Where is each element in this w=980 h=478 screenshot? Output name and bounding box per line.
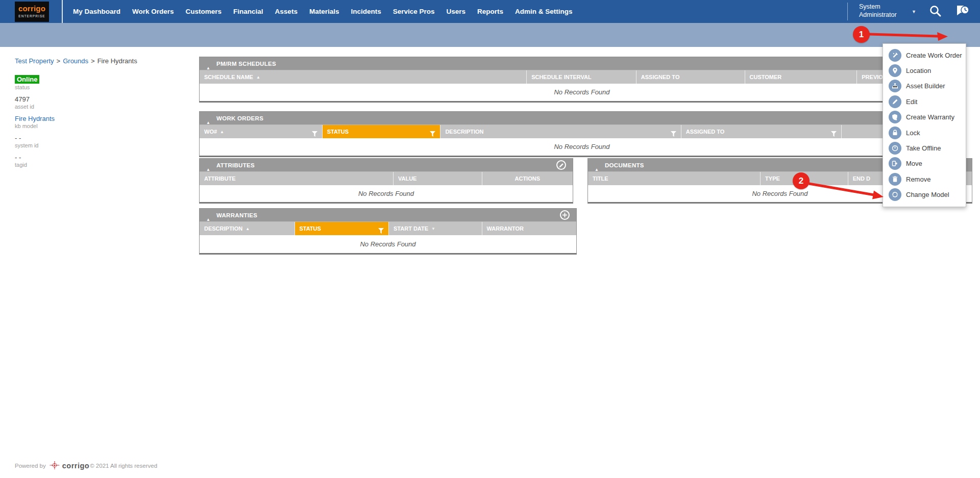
sort-desc-icon[interactable]: ▼ [431, 227, 435, 231]
menu-item-move[interactable]: Move [883, 156, 966, 171]
nav-materials[interactable]: Materials [309, 8, 339, 15]
column-value[interactable]: VALUE [394, 172, 482, 185]
copyright-text: © 2021 All rights reserved [90, 463, 157, 469]
sort-asc-icon[interactable]: ▲ [220, 130, 224, 134]
user-caret-icon[interactable]: ▼ [912, 9, 916, 14]
filter-icon[interactable] [831, 129, 837, 138]
top-nav-bar: corrigo ENTERPRISE My Dashboard Work Ord… [0, 0, 980, 23]
breadcrumb-separator: > [91, 57, 95, 65]
asset-actions-menu: Create Work Order Location Asset Builder… [883, 43, 966, 207]
asset-id-label: asset id [15, 104, 168, 110]
plus-icon [562, 212, 568, 218]
filter-icon[interactable] [671, 129, 676, 138]
recent-items-icon[interactable] [953, 4, 970, 22]
breadcrumb-separator: > [57, 57, 61, 65]
menu-item-remove[interactable]: Remove [883, 171, 966, 187]
attributes-panel: ▲ ATTRIBUTES ATTRIBUTE VALUE ACTIONS No … [199, 158, 573, 204]
annotation-step-1: 1 [853, 26, 870, 43]
asset-id-value: 4797 [15, 95, 168, 103]
nav-users[interactable]: Users [447, 8, 466, 15]
page-header-bar: ASSET | FIRE HYDRANTS ▼ [0, 23, 980, 47]
power-icon [889, 142, 901, 155]
corrigo-logo[interactable]: corrigo ENTERPRISE [15, 2, 49, 22]
user-menu[interactable]: System Administrator [859, 3, 897, 19]
filter-icon[interactable] [378, 225, 384, 235]
menu-item-create-warranty[interactable]: Create Warranty [883, 110, 966, 125]
nav-admin-settings[interactable]: Admin & Settings [515, 8, 573, 15]
kb-model-label: kb model [15, 123, 168, 129]
pmrm-panel-title: ▲ PM/RM SCHEDULES [200, 57, 964, 70]
nav-assets[interactable]: Assets [275, 8, 298, 15]
column-schedule-name[interactable]: SCHEDULE NAME▲ [200, 70, 527, 84]
warranties-column-headers: DESCRIPTION▲ STATUS START DATE▼ WARRANTO… [200, 222, 576, 235]
work-order-icon [889, 49, 901, 62]
column-description[interactable]: DESCRIPTION [440, 125, 681, 138]
refresh-icon [889, 188, 901, 201]
breadcrumb-test-property[interactable]: Test Property [15, 57, 54, 65]
shield-plus-icon [889, 111, 901, 123]
sort-asc-icon[interactable]: ▲ [256, 75, 260, 80]
footer-brand-text: corrigo [62, 462, 89, 470]
menu-item-asset-builder[interactable]: Asset Builder [883, 79, 966, 94]
column-assigned-to[interactable]: ASSIGNED TO [636, 70, 745, 84]
nav-service-pros[interactable]: Service Pros [393, 8, 435, 15]
menu-item-edit[interactable]: Edit [883, 94, 966, 109]
column-start-date[interactable]: START DATE▼ [389, 222, 482, 235]
menu-item-location[interactable]: Location [883, 63, 966, 78]
column-schedule-interval[interactable]: SCHEDULE INTERVAL [527, 70, 636, 84]
menu-item-change-model[interactable]: Change Model [883, 187, 966, 203]
column-status[interactable]: STATUS [323, 125, 441, 138]
filter-icon[interactable] [312, 129, 317, 138]
tagid-value: - - [15, 154, 168, 161]
logo-brand-text: corrigo [15, 4, 49, 13]
move-arrow-icon [889, 157, 901, 170]
breadcrumb-current: Fire Hydrants [97, 57, 137, 65]
column-actions: ACTIONS [482, 172, 573, 185]
nav-reports[interactable]: Reports [477, 8, 503, 15]
nav-my-dashboard[interactable]: My Dashboard [73, 8, 120, 15]
kb-model-link[interactable]: Fire Hydrants [15, 115, 55, 122]
nav-incidents[interactable]: Incidents [351, 8, 381, 15]
pencil-icon [559, 163, 564, 168]
search-icon[interactable] [929, 5, 942, 20]
column-status[interactable]: STATUS [295, 222, 389, 235]
menu-item-take-offline[interactable]: Take Offline [883, 140, 966, 156]
work-orders-panel: ▲ WORK ORDERS WO#▲ STATUS DESCRIPTION AS… [199, 111, 965, 157]
user-name-line2: Administrator [859, 11, 897, 19]
nav-divider [847, 3, 848, 20]
location-pin-icon [889, 64, 901, 77]
column-title[interactable]: TITLE [588, 172, 761, 185]
attributes-column-headers: ATTRIBUTE VALUE ACTIONS [200, 172, 573, 185]
warranties-panel: ▲ WARRANTIES DESCRIPTION▲ STATUS START D… [199, 208, 577, 255]
system-id-label: system id [15, 142, 168, 148]
menu-item-create-work-order[interactable]: Create Work Order [883, 47, 966, 63]
column-wo-number[interactable]: WO#▲ [200, 125, 323, 138]
column-assigned-to[interactable]: ASSIGNED TO [681, 125, 842, 138]
nav-customers[interactable]: Customers [186, 8, 222, 15]
warranties-empty-row: No Records Found [200, 235, 576, 253]
attributes-empty-row: No Records Found [200, 185, 573, 202]
nav-financial[interactable]: Financial [233, 8, 263, 15]
column-description[interactable]: DESCRIPTION▲ [200, 222, 295, 235]
trash-icon [889, 173, 901, 186]
pmrm-schedules-panel: ▲ PM/RM SCHEDULES SCHEDULE NAME▲ SCHEDUL… [199, 57, 965, 103]
tagid-label: tagid [15, 162, 168, 168]
filter-icon[interactable] [430, 129, 435, 138]
breadcrumb: Test Property>Grounds>Fire Hydrants [15, 57, 137, 65]
warranties-panel-title: ▲ WARRANTIES [200, 209, 576, 222]
column-customer[interactable]: CUSTOMER [745, 70, 857, 84]
nav-work-orders[interactable]: Work Orders [132, 8, 174, 15]
column-warrantor[interactable]: WARRANTOR [482, 222, 577, 235]
attributes-panel-title: ▲ ATTRIBUTES [200, 159, 573, 172]
add-warranty-button[interactable] [560, 210, 570, 220]
sort-asc-icon[interactable]: ▲ [246, 227, 250, 231]
asset-summary: Online status 4797 asset id Fire Hydrant… [15, 75, 168, 173]
work-orders-column-headers: WO#▲ STATUS DESCRIPTION ASSIGNED TO [200, 125, 964, 138]
column-attribute[interactable]: ATTRIBUTE [200, 172, 394, 185]
pencil-icon [889, 95, 901, 108]
edit-attributes-button[interactable] [556, 160, 566, 170]
system-id-value: - - [15, 134, 168, 142]
breadcrumb-grounds[interactable]: Grounds [63, 57, 88, 65]
pmrm-empty-row: No Records Found [200, 84, 964, 101]
menu-item-lock[interactable]: Lock [883, 125, 966, 140]
